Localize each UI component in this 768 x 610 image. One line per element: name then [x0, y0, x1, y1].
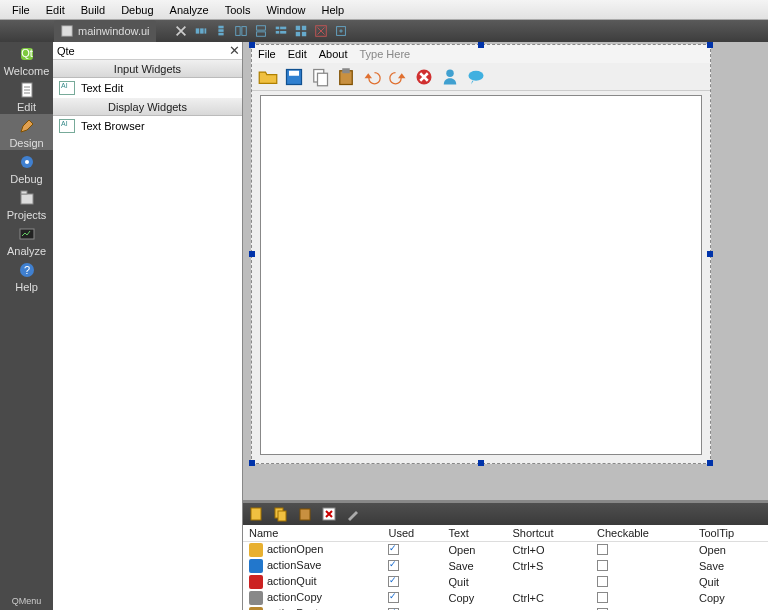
- mode-edit[interactable]: Edit: [0, 78, 53, 114]
- projects-icon: [17, 188, 37, 208]
- analyze-icon: [17, 224, 37, 244]
- close-icon[interactable]: [172, 22, 190, 40]
- resize-handle[interactable]: [707, 251, 713, 257]
- locator-status[interactable]: QMenu: [0, 592, 53, 610]
- design-canvas[interactable]: File Edit About Type Here: [243, 42, 768, 500]
- action-row[interactable]: actionPastePasteCtrl+PPaste: [243, 606, 768, 610]
- column-header[interactable]: ToolTip: [693, 525, 768, 542]
- svg-rect-13: [275, 31, 279, 34]
- column-header[interactable]: Shortcut: [507, 525, 591, 542]
- action-row[interactable]: actionSaveSaveCtrl+SSave: [243, 558, 768, 574]
- layout-grid-icon[interactable]: [292, 22, 310, 40]
- resize-handle[interactable]: [249, 251, 255, 257]
- configure-icon[interactable]: [345, 506, 361, 522]
- main-toolbar: mainwindow.ui: [0, 20, 768, 42]
- widget-item[interactable]: Text Browser: [53, 116, 242, 136]
- form-menu-file[interactable]: File: [258, 48, 276, 60]
- adjust-size-icon[interactable]: [332, 22, 350, 40]
- action-table[interactable]: NameUsedTextShortcutCheckableToolTip act…: [243, 525, 768, 610]
- column-header[interactable]: Name: [243, 525, 382, 542]
- menu-window[interactable]: Window: [258, 4, 313, 16]
- action-row[interactable]: actionCopyCopyCtrl+CCopy: [243, 590, 768, 606]
- svg-rect-2: [200, 28, 204, 33]
- svg-rect-32: [289, 70, 299, 75]
- layout-hsplit-icon[interactable]: [232, 22, 250, 40]
- layout-h-icon[interactable]: [192, 22, 210, 40]
- widget-category[interactable]: Display Widgets: [53, 98, 242, 116]
- redo-icon[interactable]: [388, 67, 408, 87]
- mode-help[interactable]: ?Help: [0, 258, 53, 294]
- checkable-checkbox[interactable]: [597, 576, 608, 587]
- mode-debug[interactable]: Debug: [0, 150, 53, 186]
- svg-rect-26: [21, 194, 33, 204]
- paste-action-icon[interactable]: [297, 506, 313, 522]
- used-checkbox[interactable]: [388, 560, 399, 571]
- widget-search-input[interactable]: [53, 43, 226, 59]
- column-header[interactable]: Text: [443, 525, 507, 542]
- form-central-widget[interactable]: [260, 95, 702, 455]
- column-header[interactable]: Checkable: [591, 525, 693, 542]
- svg-rect-15: [295, 26, 299, 30]
- layout-v-icon[interactable]: [212, 22, 230, 40]
- column-header[interactable]: Used: [382, 525, 442, 542]
- form-toolbar[interactable]: [252, 63, 710, 91]
- svg-rect-27: [21, 191, 27, 194]
- checkable-checkbox[interactable]: [597, 560, 608, 571]
- clear-search-icon[interactable]: ✕: [226, 43, 242, 59]
- resize-handle[interactable]: [478, 460, 484, 466]
- svg-rect-17: [295, 32, 299, 36]
- menu-debug[interactable]: Debug: [113, 4, 161, 16]
- svg-rect-12: [280, 27, 286, 30]
- resize-handle[interactable]: [249, 42, 255, 48]
- form-menu-about[interactable]: About: [319, 48, 348, 60]
- menu-edit[interactable]: Edit: [38, 4, 73, 16]
- mode-design[interactable]: Design: [0, 114, 53, 150]
- form-window[interactable]: File Edit About Type Here: [251, 44, 711, 464]
- save-icon[interactable]: [284, 67, 304, 87]
- folder-open-icon[interactable]: [258, 67, 278, 87]
- widget-item[interactable]: Text Edit: [53, 78, 242, 98]
- chat-icon[interactable]: [466, 67, 486, 87]
- quit-icon[interactable]: [414, 67, 434, 87]
- copy-action-icon[interactable]: [273, 506, 289, 522]
- menu-tools[interactable]: Tools: [217, 4, 259, 16]
- svg-rect-10: [256, 32, 265, 36]
- menu-help[interactable]: Help: [314, 4, 353, 16]
- menu-analyze[interactable]: Analyze: [162, 4, 217, 16]
- mode-welcome[interactable]: QtWelcome: [0, 42, 53, 78]
- user-icon[interactable]: [440, 67, 460, 87]
- resize-handle[interactable]: [478, 42, 484, 48]
- action-row[interactable]: actionOpenOpenCtrl+OOpen: [243, 542, 768, 559]
- svg-point-25: [25, 160, 29, 164]
- used-checkbox[interactable]: [388, 576, 399, 587]
- mode-projects[interactable]: Projects: [0, 186, 53, 222]
- paste-icon[interactable]: [336, 67, 356, 87]
- form-menu-edit[interactable]: Edit: [288, 48, 307, 60]
- menu-build[interactable]: Build: [73, 4, 113, 16]
- layout-form-icon[interactable]: [272, 22, 290, 40]
- undo-icon[interactable]: [362, 67, 382, 87]
- copy-icon[interactable]: [310, 67, 330, 87]
- break-layout-icon[interactable]: [312, 22, 330, 40]
- svg-text:?: ?: [23, 264, 29, 276]
- widget-category[interactable]: Input Widgets: [53, 60, 242, 78]
- mode-analyze[interactable]: Analyze: [0, 222, 53, 258]
- resize-handle[interactable]: [249, 460, 255, 466]
- used-checkbox[interactable]: [388, 544, 399, 555]
- svg-rect-6: [218, 33, 223, 36]
- new-action-icon[interactable]: [249, 506, 265, 522]
- svg-rect-14: [280, 31, 286, 34]
- svg-rect-5: [218, 29, 223, 32]
- checkable-checkbox[interactable]: [597, 544, 608, 555]
- menu-file[interactable]: File: [4, 4, 38, 16]
- resize-handle[interactable]: [707, 460, 713, 466]
- used-checkbox[interactable]: [388, 592, 399, 603]
- action-row[interactable]: actionQuitQuitQuit: [243, 574, 768, 590]
- checkable-checkbox[interactable]: [597, 592, 608, 603]
- svg-rect-0: [62, 26, 73, 37]
- layout-vsplit-icon[interactable]: [252, 22, 270, 40]
- delete-action-icon[interactable]: [321, 506, 337, 522]
- document-tab[interactable]: mainwindow.ui: [54, 20, 156, 42]
- resize-handle[interactable]: [707, 42, 713, 48]
- form-menu-type-here[interactable]: Type Here: [359, 48, 410, 60]
